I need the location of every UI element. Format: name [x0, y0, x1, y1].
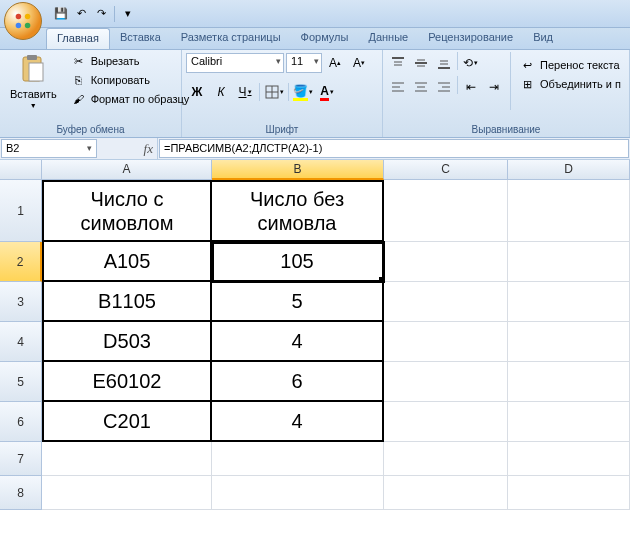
- grow-font-button[interactable]: A▴: [324, 52, 346, 74]
- tab-home[interactable]: Главная: [46, 28, 110, 49]
- cell-A1[interactable]: Число ссимовлом: [42, 180, 212, 242]
- svg-point-2: [16, 23, 22, 29]
- cell-A7[interactable]: [42, 442, 212, 476]
- copy-label: Копировать: [91, 74, 150, 86]
- cell-B8[interactable]: [212, 476, 384, 510]
- qat-customize-icon[interactable]: ▾: [119, 5, 137, 23]
- align-middle-button[interactable]: [410, 52, 432, 74]
- merge-icon: ⊞: [520, 76, 536, 92]
- bold-button[interactable]: Ж: [186, 81, 208, 103]
- col-header-A[interactable]: A: [42, 160, 212, 180]
- italic-button[interactable]: К: [210, 81, 232, 103]
- cell-B7[interactable]: [212, 442, 384, 476]
- cell-C5[interactable]: [384, 362, 508, 402]
- tab-formulas[interactable]: Формулы: [291, 28, 359, 49]
- cell-C2[interactable]: [384, 242, 508, 282]
- col-header-C[interactable]: C: [384, 160, 508, 180]
- office-button[interactable]: [4, 2, 42, 40]
- cell-A4[interactable]: D503: [42, 322, 212, 362]
- copy-icon: ⎘: [71, 72, 87, 88]
- separator: [288, 83, 289, 101]
- tab-data[interactable]: Данные: [358, 28, 418, 49]
- save-icon[interactable]: 💾: [52, 5, 70, 23]
- formula-input[interactable]: =ПРАВСИМВ(A2;ДЛСТР(A2)-1): [159, 139, 629, 158]
- underline-button[interactable]: Ч▾: [234, 81, 256, 103]
- cell-A3[interactable]: В1105: [42, 282, 212, 322]
- orientation-button[interactable]: ⟲▾: [460, 52, 482, 74]
- cell-A6[interactable]: С201: [42, 402, 212, 442]
- cell-A2[interactable]: А105: [42, 242, 212, 282]
- cell-B5[interactable]: 6: [212, 362, 384, 402]
- cell-C4[interactable]: [384, 322, 508, 362]
- row-header-8[interactable]: 8: [0, 476, 42, 510]
- cell-B3[interactable]: 5: [212, 282, 384, 322]
- decrease-indent-button[interactable]: ⇤: [460, 76, 482, 98]
- align-center-button[interactable]: [410, 76, 432, 98]
- cell-C8[interactable]: [384, 476, 508, 510]
- redo-icon[interactable]: ↷: [92, 5, 110, 23]
- separator: [457, 52, 458, 70]
- paste-button[interactable]: Вставить ▼: [4, 52, 63, 111]
- font-size-select[interactable]: 11: [286, 53, 322, 73]
- font-name-select[interactable]: Calibri: [186, 53, 284, 73]
- group-label-clipboard: Буфер обмена: [4, 122, 177, 137]
- tab-page-layout[interactable]: Разметка страницы: [171, 28, 291, 49]
- font-color-button[interactable]: A▾: [316, 81, 338, 103]
- cell-D6[interactable]: [508, 402, 630, 442]
- cut-button[interactable]: ✂Вырезать: [67, 52, 194, 70]
- separator: [457, 76, 458, 94]
- tab-review[interactable]: Рецензирование: [418, 28, 523, 49]
- col-header-B[interactable]: B: [212, 160, 384, 180]
- name-box[interactable]: B2: [1, 139, 97, 158]
- row-header-6[interactable]: 6: [0, 402, 42, 442]
- column-headers: A B C D: [42, 160, 630, 180]
- row-header-1[interactable]: 1: [0, 180, 42, 242]
- quick-access-toolbar: 💾 ↶ ↷ ▾: [52, 5, 137, 23]
- undo-icon[interactable]: ↶: [72, 5, 90, 23]
- cell-D5[interactable]: [508, 362, 630, 402]
- align-top-button[interactable]: [387, 52, 409, 74]
- align-right-button[interactable]: [433, 76, 455, 98]
- borders-button[interactable]: ▾: [263, 81, 285, 103]
- row-header-3[interactable]: 3: [0, 282, 42, 322]
- row-header-7[interactable]: 7: [0, 442, 42, 476]
- cell-C6[interactable]: [384, 402, 508, 442]
- cell-D7[interactable]: [508, 442, 630, 476]
- select-all-corner[interactable]: [0, 160, 42, 180]
- cell-B1[interactable]: Число безсимовла: [212, 180, 384, 242]
- cell-D8[interactable]: [508, 476, 630, 510]
- shrink-font-button[interactable]: A▾: [348, 52, 370, 74]
- cell-B6[interactable]: 4: [212, 402, 384, 442]
- align-bottom-button[interactable]: [433, 52, 455, 74]
- cell-B2[interactable]: 105: [212, 242, 384, 282]
- cell-A5[interactable]: E60102: [42, 362, 212, 402]
- row-header-2[interactable]: 2: [0, 242, 42, 282]
- copy-button[interactable]: ⎘Копировать: [67, 71, 194, 89]
- format-painter-label: Формат по образцу: [91, 93, 190, 105]
- cell-D1[interactable]: [508, 180, 630, 242]
- merge-button[interactable]: ⊞Объединить и п: [516, 75, 625, 93]
- fx-icon[interactable]: fx: [144, 141, 153, 157]
- cell-D2[interactable]: [508, 242, 630, 282]
- ribbon: Вставить ▼ ✂Вырезать ⎘Копировать 🖌Формат…: [0, 50, 630, 138]
- cell-C7[interactable]: [384, 442, 508, 476]
- cell-C1[interactable]: [384, 180, 508, 242]
- cell-D3[interactable]: [508, 282, 630, 322]
- group-clipboard: Вставить ▼ ✂Вырезать ⎘Копировать 🖌Формат…: [0, 50, 182, 137]
- increase-indent-button[interactable]: ⇥: [483, 76, 505, 98]
- cell-B4[interactable]: 4: [212, 322, 384, 362]
- row-header-5[interactable]: 5: [0, 362, 42, 402]
- align-left-button[interactable]: [387, 76, 409, 98]
- row-header-4[interactable]: 4: [0, 322, 42, 362]
- format-painter-button[interactable]: 🖌Формат по образцу: [67, 90, 194, 108]
- group-label-font: Шрифт: [186, 122, 378, 137]
- col-header-D[interactable]: D: [508, 160, 630, 180]
- cell-C3[interactable]: [384, 282, 508, 322]
- wrap-text-button[interactable]: ↩Перенос текста: [516, 56, 625, 74]
- cell-A8[interactable]: [42, 476, 212, 510]
- cut-label: Вырезать: [91, 55, 140, 67]
- tab-view[interactable]: Вид: [523, 28, 563, 49]
- fill-color-button[interactable]: 🪣▾: [292, 81, 314, 103]
- cell-D4[interactable]: [508, 322, 630, 362]
- tab-insert[interactable]: Вставка: [110, 28, 171, 49]
